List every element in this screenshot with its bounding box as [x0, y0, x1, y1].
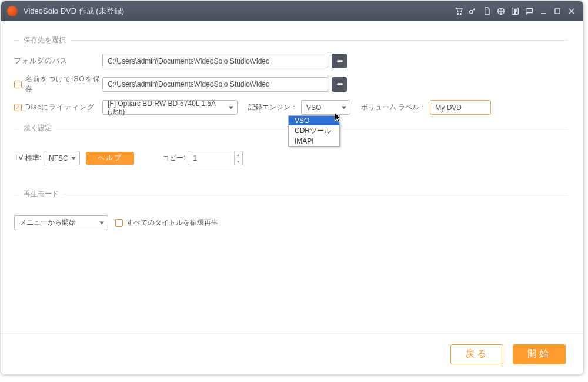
engine-option-cdr[interactable]: CDRツール [289, 125, 339, 137]
section-save-destination: 保存先を選択 [14, 35, 570, 45]
help-button[interactable]: ヘルプ [86, 152, 134, 165]
select-play-start[interactable]: メニューから開始 [14, 215, 108, 230]
label-volume: ボリューム ラベル： [361, 102, 426, 112]
facebook-icon[interactable] [509, 5, 522, 18]
label-loop-titles: すべてのタイトルを循環再生 [126, 218, 218, 228]
input-volume-label[interactable]: My DVD [430, 100, 491, 115]
label-folder-path: フォルダのパス [14, 56, 102, 66]
minimize-button[interactable] [537, 5, 550, 18]
svg-point-2 [470, 11, 473, 14]
cursor-icon [334, 112, 342, 124]
checkbox-loop-titles[interactable] [115, 219, 123, 227]
browse-iso-button[interactable]: ••• [332, 77, 347, 92]
input-folder-path[interactable]: C:\Users\admin\Documents\VideoSolo Studi… [102, 54, 328, 68]
svg-point-1 [460, 14, 461, 15]
app-window: VideoSolo DVD 作成 (未登録) 保存先を選択 フォルダのパス C:… [1, 1, 583, 374]
input-iso-path[interactable]: C:\Users\admin\Documents\VideoSolo Studi… [102, 77, 328, 92]
checkbox-write-disc[interactable] [14, 104, 22, 111]
engine-option-imapi[interactable]: IMAPI [289, 137, 339, 146]
engine-option-vso[interactable]: VSO [289, 116, 339, 125]
start-button[interactable]: 開始 [513, 344, 566, 364]
browse-folder-button[interactable]: ••• [332, 54, 347, 68]
maximize-button[interactable] [551, 5, 564, 18]
engine-dropdown-list: VSO CDRツール IMAPI [288, 115, 340, 147]
select-drive[interactable]: [F] Optiarc BD RW BD-5740L 1.5A (Usb) [102, 100, 238, 115]
row-save-iso: 名前をつけてISOを保存 C:\Users\admin\Documents\Vi… [14, 74, 570, 94]
row-write-disc: Discにライティング [F] Optiarc BD RW BD-5740L 1… [14, 100, 570, 115]
svg-rect-5 [526, 8, 533, 12]
window-title: VideoSolo DVD 作成 (未登録) [24, 6, 124, 16]
svg-rect-7 [555, 9, 560, 14]
copies-up-icon: ▲ [235, 151, 241, 158]
footer: 戻る 開始 [1, 333, 583, 374]
select-tv-standard[interactable]: NTSC [44, 151, 80, 165]
copies-down-icon: ▼ [235, 158, 241, 165]
section-play-mode: 再生モード [14, 189, 570, 199]
svg-point-0 [457, 14, 459, 15]
cart-icon[interactable] [452, 5, 465, 18]
feedback-icon[interactable] [523, 5, 536, 18]
app-icon [7, 6, 18, 16]
row-folder-path: フォルダのパス C:\Users\admin\Documents\VideoSo… [14, 54, 570, 68]
titlebar: VideoSolo DVD 作成 (未登録) [1, 1, 583, 21]
label-tv-standard: TV 標準: [14, 153, 41, 163]
close-button[interactable] [565, 5, 578, 18]
settings-panel: 保存先を選択 フォルダのパス C:\Users\admin\Documents\… [1, 21, 583, 333]
row-burn-settings: TV 標準: NTSC ヘルプ コピー: 1 ▲ ▼ [14, 151, 570, 165]
key-icon[interactable] [466, 5, 479, 18]
select-engine[interactable]: VSO [301, 100, 350, 115]
label-copies: コピー: [162, 153, 185, 163]
checkbox-save-iso[interactable] [14, 81, 22, 88]
row-play-mode: メニューから開始 すべてのタイトルを循環再生 [14, 215, 570, 230]
label-write-disc: Discにライティング [25, 102, 95, 112]
document-icon[interactable] [480, 5, 493, 18]
label-engine: 記録エンジン： [248, 102, 298, 112]
label-save-iso: 名前をつけてISOを保存 [25, 74, 102, 94]
back-button[interactable]: 戻る [450, 344, 503, 364]
globe-icon[interactable] [495, 5, 507, 18]
input-copies[interactable]: 1 ▲ ▼ [188, 151, 243, 165]
